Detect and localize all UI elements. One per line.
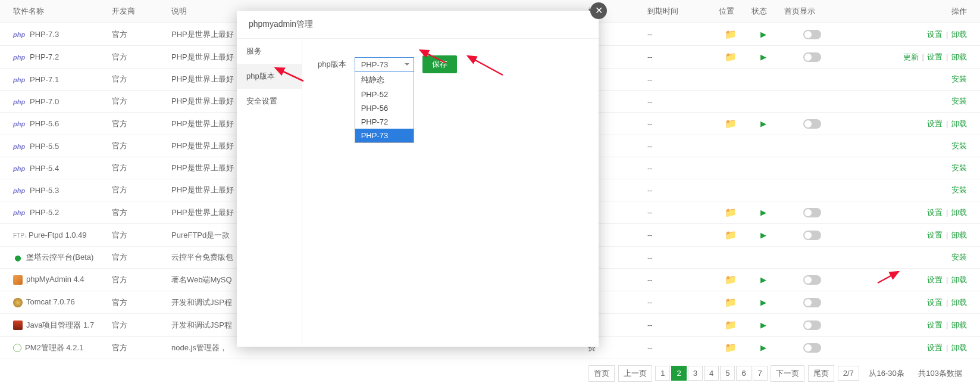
software-name[interactable]: PHP-5.4 [30,164,59,173]
folder-icon[interactable]: 📁 [725,207,737,217]
home-toggle[interactable] [803,231,821,240]
play-icon[interactable]: ▶ [760,52,766,61]
op-link[interactable]: 设置 [927,119,943,128]
op-link[interactable]: 卸载 [951,208,967,217]
select-option[interactable]: PHP-56 [355,101,414,115]
pager-page[interactable]: 5 [720,366,735,381]
op-link[interactable]: 安装 [951,141,967,150]
close-icon[interactable]: ✕ [590,2,607,19]
op-link[interactable]: 卸载 [951,298,967,307]
op-link[interactable]: 设置 [927,208,943,217]
software-name[interactable]: PHP-5.3 [30,186,59,195]
sidebar-item-service[interactable]: 服务 [237,39,302,64]
software-name[interactable]: PHP-7.0 [30,97,59,106]
home-toggle[interactable] [803,298,821,307]
op-link[interactable]: 设置 [927,320,943,329]
folder-icon[interactable]: 📁 [725,29,737,39]
play-icon[interactable]: ▶ [760,208,766,217]
play-icon[interactable]: ▶ [760,30,766,39]
software-name[interactable]: PM2管理器 4.2.1 [25,343,83,352]
pagination: 首页 上一页 1234567 下一页 尾页 2/7 从16-30条 共103条数… [0,359,980,385]
select-option[interactable]: PHP-73 [355,129,414,142]
op-link[interactable]: 卸载 [951,119,967,128]
select-option[interactable]: PHP-52 [355,88,414,101]
play-icon[interactable]: ▶ [760,275,766,284]
folder-icon[interactable]: 📁 [725,119,737,129]
play-icon[interactable]: ▶ [760,298,766,307]
expire: -- [647,30,653,39]
java-icon [13,320,23,330]
op-link[interactable]: 安装 [951,97,967,105]
op-link[interactable]: 安装 [951,74,967,83]
pager-first[interactable]: 首页 [588,365,615,382]
op-link[interactable]: 安装 [951,163,967,172]
op-link[interactable]: 卸载 [951,52,967,61]
software-name[interactable]: Pure-Ftpd 1.0.49 [29,231,87,239]
play-icon[interactable]: ▶ [760,343,766,352]
play-icon[interactable]: ▶ [760,119,766,128]
pager-page[interactable]: 3 [688,366,703,381]
home-toggle[interactable] [803,343,821,353]
home-toggle[interactable] [803,119,821,129]
select-option[interactable]: 纯静态 [355,72,414,88]
op-link[interactable]: 设置 [927,30,943,39]
op-link[interactable]: 安装 [951,253,967,262]
expire: -- [647,75,653,84]
software-name[interactable]: PHP-5.5 [30,142,59,151]
op-link[interactable]: 设置 [927,298,943,307]
op-link[interactable]: 卸载 [951,231,967,239]
developer: 官方 [112,298,127,307]
op-link[interactable]: 安装 [951,185,967,194]
select-display[interactable]: PHP-73 [355,57,414,72]
expire: -- [647,52,653,61]
folder-icon[interactable]: 📁 [725,52,737,62]
developer: 官方 [112,163,127,172]
pager-next[interactable]: 下一页 [771,365,804,382]
op-link[interactable]: 设置 [927,231,943,239]
save-button[interactable]: 保存 [422,55,457,73]
op-link[interactable]: 卸载 [951,320,967,329]
folder-icon[interactable]: 📁 [725,230,737,240]
pager-prev[interactable]: 上一页 [618,365,652,382]
home-toggle[interactable] [803,208,821,217]
home-toggle[interactable] [803,275,821,285]
op-link[interactable]: 设置 [927,52,943,61]
folder-icon[interactable]: 📁 [725,275,737,285]
home-toggle[interactable] [803,52,821,62]
software-name[interactable]: PHP-5.2 [30,208,59,217]
software-name[interactable]: Tomcat 7.0.76 [26,297,75,306]
sidebar-item-phpversion[interactable]: php版本 [237,64,302,89]
sidebar-item-security[interactable]: 安全设置 [237,89,302,114]
software-name[interactable]: PHP-7.2 [30,52,59,61]
select-option[interactable]: PHP-72 [355,115,414,129]
pager-last[interactable]: 尾页 [808,365,834,382]
software-name[interactable]: PHP-5.6 [30,119,59,128]
op-link[interactable]: 更新 [903,52,919,61]
home-toggle[interactable] [803,320,821,330]
folder-icon[interactable]: 📁 [725,297,737,307]
software-name[interactable]: Java项目管理器 1.7 [26,320,94,329]
op-link[interactable]: 卸载 [951,275,967,284]
software-name[interactable]: PHP-7.1 [30,75,59,84]
developer: 官方 [112,141,127,150]
software-name[interactable]: phpMyAdmin 4.4 [26,275,84,284]
op-link[interactable]: 卸载 [951,343,967,352]
pager-page[interactable]: 4 [704,366,719,381]
home-toggle[interactable] [803,30,821,39]
pager-page[interactable]: 6 [736,366,751,381]
folder-icon[interactable]: 📁 [725,343,737,353]
op-link[interactable]: 设置 [927,275,943,284]
pager-page[interactable]: 2 [671,366,686,381]
pager-page[interactable]: 1 [655,366,670,381]
play-icon[interactable]: ▶ [760,231,766,239]
op-link[interactable]: 设置 [927,343,943,352]
php-version-select[interactable]: PHP-73 纯静态PHP-52PHP-56PHP-72PHP-73 [355,57,414,72]
expire: -- [647,97,653,106]
pager-page[interactable]: 7 [753,366,768,381]
op-link[interactable]: 卸载 [951,30,967,39]
tomcat-icon [13,298,23,307]
play-icon[interactable]: ▶ [760,320,766,329]
folder-icon[interactable]: 📁 [725,320,737,330]
software-name[interactable]: PHP-7.3 [30,30,59,39]
software-name[interactable]: 堡塔云控平台(Beta) [26,253,93,262]
